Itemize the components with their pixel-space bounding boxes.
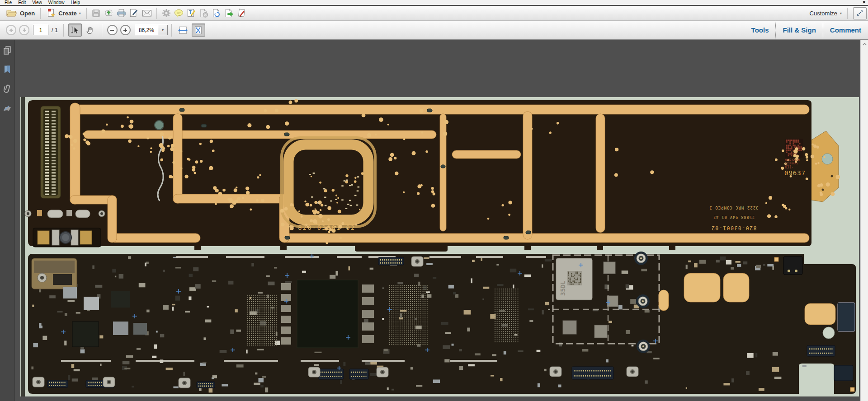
save-button[interactable] (90, 7, 103, 19)
delete-page-button[interactable] (198, 7, 211, 19)
create-icon (46, 8, 56, 18)
pcb-scan-image: 820-03001-02 820-03001-02 25888 94V-01-4… (20, 97, 859, 396)
highlight-button[interactable]: T (185, 7, 198, 19)
main-area: 820-03001-02 820-03001-02 25888 94V-01-4… (0, 40, 868, 401)
cloud-upload-button[interactable] (103, 7, 115, 19)
menu-bar: File Edit View Window Help ✕ (0, 0, 868, 6)
customize-button[interactable]: Customize ▾ (810, 10, 842, 17)
chevron-down-icon: ▾ (79, 11, 81, 15)
print-icon (116, 8, 127, 18)
svg-text:631-: 631- (785, 165, 793, 169)
plus-icon (123, 28, 128, 33)
print-button[interactable] (115, 7, 128, 19)
page-number-input[interactable] (33, 25, 48, 35)
pcb-top-board: 820-03001-02 820-03001-02 25888 94V-01-4… (25, 99, 840, 252)
document-canvas[interactable]: 820-03001-02 820-03001-02 25888 94V-01-4… (15, 40, 860, 401)
export-page-button[interactable] (223, 7, 236, 19)
wifi-module-label: 35DL (559, 280, 566, 296)
export-page-icon (224, 8, 235, 18)
svg-text:PG289RA5: PG289RA5 (785, 162, 798, 165)
sign-document-button[interactable] (128, 7, 141, 19)
select-tool-button[interactable] (68, 23, 82, 37)
separator (847, 8, 848, 19)
menu-window[interactable]: Window (45, 0, 68, 5)
sign-document-icon (129, 8, 139, 18)
fit-page-icon (193, 25, 203, 35)
acrobat-window: File Edit View Window Help ✕ Open Create… (0, 0, 868, 401)
separator (40, 8, 41, 19)
email-icon (142, 9, 152, 18)
separator (171, 24, 172, 37)
vertical-scrollbar[interactable] (860, 40, 868, 401)
page-thumbnails-button[interactable] (1, 44, 13, 56)
resize-view-button[interactable] (853, 7, 867, 19)
navigation-pane-bar (0, 40, 15, 401)
delete-page-icon (199, 8, 209, 18)
select-tool-icon (70, 25, 80, 35)
refresh-page-icon (212, 8, 222, 18)
svg-text:HW824232M: HW824232M (785, 158, 800, 161)
svg-text:09637: 09637 (784, 169, 806, 177)
next-page-button[interactable] (19, 25, 29, 35)
open-button[interactable]: Open (4, 8, 37, 19)
scroll-up-icon (862, 42, 867, 46)
scan-edge (21, 97, 25, 396)
previous-page-button[interactable] (6, 25, 16, 35)
menu-view[interactable]: View (29, 0, 45, 5)
zoom-out-button[interactable] (107, 25, 118, 35)
svg-text:3222 MRC COMPEQ 3: 3222 MRC COMPEQ 3 (709, 205, 758, 210)
diagonal-arrows-icon (856, 9, 864, 17)
pcb-bottom-board: 35DL (28, 252, 856, 394)
fit-width-button[interactable] (176, 23, 190, 37)
create-label: Create (58, 10, 76, 17)
signatures-icon (3, 105, 12, 112)
minus-icon (109, 28, 115, 33)
tools-pane-button[interactable]: Tools (745, 21, 776, 39)
arrow-down-icon (22, 28, 27, 33)
settings-button[interactable] (160, 7, 173, 19)
pdf-page: 820-03001-02 820-03001-02 25888 94V-01-4… (20, 97, 859, 396)
svg-text:820-03001-02: 820-03001-02 (711, 225, 756, 231)
edit-page-icon (237, 8, 247, 18)
chevron-down-icon: ▾ (840, 11, 842, 15)
bookmarks-button[interactable] (1, 64, 13, 75)
save-icon (91, 9, 101, 18)
separator (63, 24, 64, 37)
create-button[interactable]: Create ▾ (44, 7, 83, 19)
main-toolbar: Open Create ▾ (0, 6, 868, 21)
highlight-text-icon: T (186, 8, 197, 18)
comment-button[interactable] (173, 7, 185, 19)
signatures-button[interactable] (1, 103, 13, 114)
open-label: Open (20, 10, 35, 17)
menu-help[interactable]: Help (67, 0, 83, 5)
task-panes: Tools Fill & Sign Comment (745, 21, 868, 39)
navigation-toolbar: / 1 ▾ (0, 21, 868, 40)
fit-page-button[interactable] (192, 23, 205, 37)
attachments-button[interactable] (1, 83, 13, 95)
gear-icon (161, 8, 171, 18)
refresh-page-button[interactable] (211, 7, 223, 19)
separator (102, 24, 102, 37)
comment-bubble-icon (174, 9, 184, 18)
page-thumbnails-icon (3, 46, 12, 55)
menu-edit[interactable]: Edit (15, 0, 29, 5)
zoom-in-button[interactable] (120, 25, 131, 35)
menu-file[interactable]: File (1, 0, 15, 5)
svg-text:25888 94V-01-42: 25888 94V-01-42 (713, 215, 755, 219)
page-total-label: / 1 (52, 27, 58, 33)
fill-sign-pane-button[interactable]: Fill & Sign (776, 21, 822, 39)
hand-tool-icon (85, 25, 95, 35)
close-icon[interactable]: ✕ (862, 0, 866, 5)
board-right-markings: 820-03001-02 25888 94V-01-42 3222 MRC CO… (709, 205, 758, 231)
customize-label: Customize (810, 10, 837, 17)
arrow-up-icon (9, 28, 14, 33)
zoom-level-input[interactable] (135, 25, 158, 35)
comment-pane-button[interactable]: Comment (823, 21, 868, 39)
zoom-dropdown-button[interactable]: ▾ (158, 25, 168, 35)
hand-tool-button[interactable] (84, 23, 97, 37)
separator (86, 8, 87, 19)
board-part-number: 820-03001-02 (298, 224, 356, 231)
edit-page-button[interactable] (236, 7, 249, 19)
email-button[interactable] (141, 7, 153, 19)
fit-width-icon (178, 25, 188, 35)
